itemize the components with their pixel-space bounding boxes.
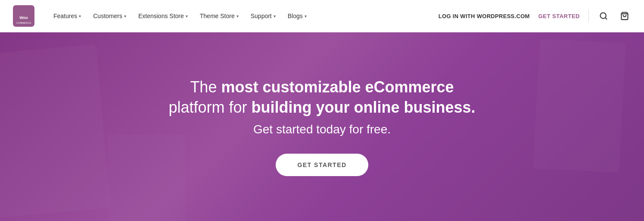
hero-content: The most customizable eCommerce platform… <box>160 77 484 177</box>
hero-headline-line1: The most customizable eCommerce <box>168 77 475 98</box>
nav-item-extensions-store[interactable]: Extensions Store ▾ <box>132 0 194 32</box>
nav-item-customers[interactable]: Customers ▾ <box>87 0 132 32</box>
header-right: LOG IN WITH WORDPRESS.COM GET STARTED <box>439 9 631 22</box>
cart-button[interactable] <box>618 10 631 22</box>
hero-cta-button[interactable]: GET STARTED <box>276 154 368 176</box>
hero-headline-line2: platform for building your online busine… <box>168 98 475 118</box>
chevron-down-icon: ▾ <box>186 14 188 19</box>
get-started-header-link[interactable]: GET STARTED <box>538 13 580 19</box>
chevron-down-icon: ▾ <box>236 14 239 19</box>
svg-line-4 <box>605 18 607 19</box>
main-header: Woo COMMERCE Features ▾ Customers ▾ Exte… <box>0 0 644 32</box>
hero-section: The most customizable eCommerce platform… <box>0 32 644 221</box>
chevron-down-icon: ▾ <box>124 14 126 19</box>
search-button[interactable] <box>597 10 610 22</box>
chevron-down-icon: ▾ <box>79 14 81 19</box>
main-nav: Features ▾ Customers ▾ Extensions Store … <box>47 0 439 32</box>
nav-item-support[interactable]: Support ▾ <box>245 0 282 32</box>
header-divider <box>588 9 589 22</box>
nav-item-theme-store[interactable]: Theme Store ▾ <box>194 0 245 32</box>
logo[interactable]: Woo COMMERCE <box>13 5 34 27</box>
login-link[interactable]: LOG IN WITH WORDPRESS.COM <box>439 13 530 19</box>
hero-subtitle: Get started today for free. <box>168 123 475 136</box>
chevron-down-icon: ▾ <box>305 14 307 19</box>
nav-item-blogs[interactable]: Blogs ▾ <box>282 0 313 32</box>
svg-text:COMMERCE: COMMERCE <box>16 22 31 24</box>
svg-text:Woo: Woo <box>19 16 28 20</box>
search-icon <box>599 12 608 20</box>
cart-icon <box>620 12 629 20</box>
nav-item-features[interactable]: Features ▾ <box>47 0 87 32</box>
chevron-down-icon: ▾ <box>274 14 276 19</box>
